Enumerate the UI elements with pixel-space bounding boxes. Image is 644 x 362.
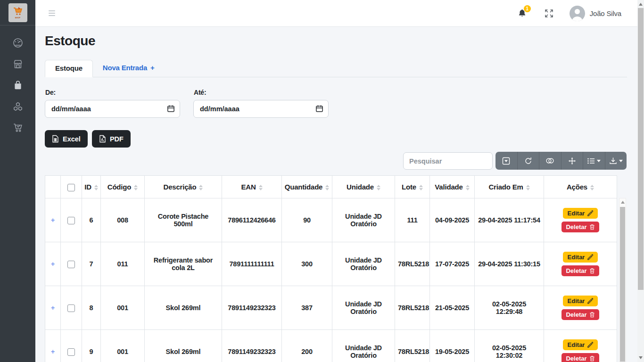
header-quantidade[interactable]: Quantidade bbox=[282, 176, 332, 198]
header-criado-em[interactable]: Criado Em bbox=[475, 176, 544, 198]
topbar: 1 João Silva bbox=[35, 0, 637, 27]
export-menu-button[interactable] bbox=[605, 152, 627, 170]
date-from-input[interactable] bbox=[45, 100, 180, 118]
pdf-button[interactable]: PDF bbox=[92, 130, 131, 148]
cell-id: 6 bbox=[82, 198, 101, 242]
cell-criado-em: 02-05-2025 12:29:48 bbox=[475, 286, 544, 330]
sort-icon bbox=[377, 185, 380, 190]
gauge-icon bbox=[13, 38, 23, 48]
header-ean[interactable]: EAN bbox=[222, 176, 282, 198]
cubes-icon bbox=[13, 101, 23, 112]
header-lote[interactable]: Lote bbox=[395, 176, 430, 198]
table-header-row: ID Código Descrição EAN Quantidade Unida… bbox=[45, 176, 617, 198]
cell-descricao: Refrigerante sabor cola 2L bbox=[145, 242, 222, 286]
sidebar-item-dashboard[interactable] bbox=[8, 38, 27, 48]
header-acoes[interactable]: Ações bbox=[544, 176, 617, 198]
cell-codigo: 008 bbox=[101, 198, 145, 242]
collapse-all-button[interactable] bbox=[495, 152, 518, 170]
notifications-button[interactable]: 1 bbox=[518, 8, 527, 18]
cell-descricao: Corote Pistache 500ml bbox=[145, 198, 222, 242]
date-to-input[interactable] bbox=[193, 100, 329, 118]
page-scrollbar[interactable] bbox=[637, 0, 644, 362]
excel-file-icon bbox=[52, 135, 59, 143]
page-scrollbar-thumb[interactable] bbox=[638, 8, 644, 290]
delete-button[interactable]: Deletar bbox=[561, 222, 599, 232]
row-select-cell bbox=[61, 330, 82, 362]
export-download-icon bbox=[609, 157, 617, 165]
cell-lote: 78RL5218 bbox=[395, 286, 430, 330]
cell-codigo: 011 bbox=[101, 242, 145, 286]
fullscreen-button[interactable] bbox=[545, 9, 553, 18]
pencil-icon bbox=[587, 298, 593, 304]
edit-button[interactable]: Editar bbox=[563, 252, 598, 263]
fullscreen-table-button[interactable] bbox=[561, 152, 584, 170]
cell-validade: 04-09-2025 bbox=[430, 198, 475, 242]
avatar[interactable] bbox=[570, 6, 585, 21]
tab-bar: Estoque Nova Entrada+ bbox=[45, 59, 627, 77]
edit-button[interactable]: Editar bbox=[563, 208, 598, 219]
expand-row-button[interactable]: + bbox=[45, 242, 61, 286]
logo-area[interactable]: SHOP bbox=[0, 0, 35, 25]
row-checkbox[interactable] bbox=[67, 261, 75, 268]
toggle-view-button[interactable] bbox=[539, 152, 561, 170]
shopping-bag-icon bbox=[13, 80, 23, 90]
sidebar-item-inventory[interactable] bbox=[8, 101, 27, 112]
edit-button[interactable]: Editar bbox=[563, 339, 598, 350]
store-icon bbox=[13, 59, 23, 69]
cell-ean: 7891149232323 bbox=[222, 286, 282, 330]
date-to-label: Até: bbox=[194, 89, 206, 96]
tab-estoque[interactable]: Estoque bbox=[45, 60, 93, 77]
header-validade[interactable]: Validade bbox=[430, 176, 475, 198]
cell-lote: 78RL5218 bbox=[395, 330, 430, 362]
sidebar-item-orders[interactable] bbox=[8, 123, 27, 133]
refresh-icon bbox=[524, 157, 532, 165]
sidebar-item-products[interactable] bbox=[8, 80, 27, 90]
pdf-file-icon bbox=[99, 135, 106, 143]
table-row: + 9 001 Skol 269ml 7891149232323 200 Uni… bbox=[45, 330, 617, 362]
row-checkbox[interactable] bbox=[67, 217, 75, 224]
delete-button[interactable]: Deletar bbox=[561, 309, 599, 320]
header-id[interactable]: ID bbox=[82, 176, 101, 198]
table-scrollbar-thumb[interactable] bbox=[620, 207, 625, 362]
cell-acoes: Editar Deletar bbox=[544, 286, 617, 330]
scroll-down-icon[interactable] bbox=[639, 356, 643, 359]
user-icon bbox=[570, 6, 585, 21]
stock-table: ID Código Descrição EAN Quantidade Unida… bbox=[45, 175, 617, 362]
header-expand bbox=[45, 176, 61, 198]
scroll-up-icon[interactable] bbox=[621, 201, 625, 204]
header-unidade[interactable]: Unidade bbox=[332, 176, 395, 198]
select-all-checkbox[interactable] bbox=[67, 184, 75, 191]
row-checkbox[interactable] bbox=[67, 348, 75, 356]
sort-icon bbox=[466, 185, 470, 190]
cell-unidade: Unidade JD Oratório bbox=[332, 330, 395, 362]
delete-button[interactable]: Deletar bbox=[561, 265, 599, 276]
pencil-icon bbox=[587, 342, 593, 348]
cell-ean: 7891111111111 bbox=[222, 242, 282, 286]
cell-criado-em: 02-05-2025 12:30:02 bbox=[475, 330, 544, 362]
scroll-up-icon[interactable] bbox=[639, 3, 643, 6]
date-to-group bbox=[193, 100, 329, 118]
expand-row-button[interactable]: + bbox=[45, 330, 61, 362]
expand-row-button[interactable]: + bbox=[45, 198, 61, 242]
expand-row-button[interactable]: + bbox=[45, 286, 61, 330]
refresh-button[interactable] bbox=[518, 152, 540, 170]
columns-button[interactable] bbox=[583, 152, 605, 170]
sidebar-item-store[interactable] bbox=[8, 59, 27, 69]
delete-button[interactable]: Deletar bbox=[561, 353, 599, 362]
sort-icon bbox=[419, 185, 423, 190]
user-name[interactable]: João Silva bbox=[590, 9, 621, 17]
sort-icon bbox=[259, 185, 263, 190]
menu-icon[interactable] bbox=[49, 10, 55, 16]
excel-button[interactable]: Excel bbox=[45, 130, 88, 148]
table-scrollbar[interactable] bbox=[619, 198, 626, 362]
header-select-all bbox=[61, 176, 82, 198]
search-input[interactable] bbox=[403, 152, 493, 170]
header-descricao[interactable]: Descrição bbox=[145, 176, 222, 198]
edit-button[interactable]: Editar bbox=[563, 296, 598, 306]
row-checkbox[interactable] bbox=[67, 304, 75, 312]
tab-nova-entrada[interactable]: Nova Entrada+ bbox=[93, 60, 165, 77]
cell-quantidade: 200 bbox=[282, 330, 332, 362]
cell-criado-em: 29-04-2025 11:17:54 bbox=[475, 198, 544, 242]
logo-text: SHOP bbox=[15, 16, 20, 19]
header-codigo[interactable]: Código bbox=[101, 176, 145, 198]
